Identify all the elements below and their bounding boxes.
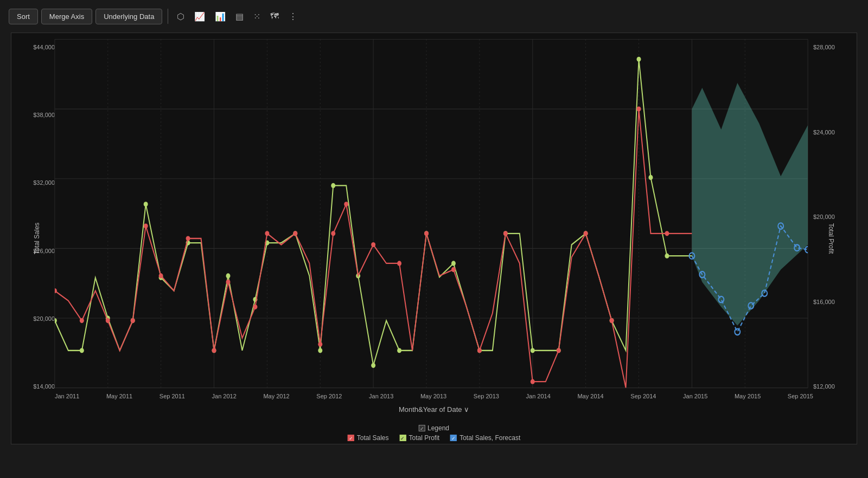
x-label-jan2015: Jan 2015	[683, 393, 707, 399]
x-axis-title[interactable]: Month&Year of Date ∨	[399, 405, 469, 414]
x-label-may2015: May 2015	[735, 393, 761, 399]
svg-point-54	[144, 223, 148, 228]
x-label-sep2014: Sep 2014	[630, 393, 656, 399]
svg-point-26	[144, 202, 148, 206]
chart-container: Total Sales Total Profit $44,000 $38,000…	[11, 33, 857, 444]
svg-point-52	[106, 318, 110, 323]
svg-point-65	[371, 242, 375, 247]
svg-point-34	[318, 348, 322, 353]
forecast-band	[692, 83, 808, 326]
svg-point-70	[503, 231, 508, 236]
svg-point-69	[477, 348, 482, 353]
svg-point-66	[397, 261, 401, 266]
svg-point-53	[131, 318, 135, 323]
svg-point-38	[397, 348, 401, 353]
legend-area: ✓ Legend ✓ Total Sales ✓ Total Profit ✓ …	[348, 424, 520, 442]
svg-point-74	[610, 318, 614, 323]
svg-point-23	[80, 348, 84, 353]
svg-point-73	[584, 231, 588, 236]
legend-item-sales: ✓ Total Sales	[348, 434, 389, 442]
toolbar-divider	[168, 9, 168, 24]
svg-point-51	[80, 318, 84, 323]
scatter-icon[interactable]: ⁙	[250, 9, 264, 24]
svg-point-50	[53, 288, 57, 293]
x-label-jan2011: Jan 2011	[55, 393, 79, 399]
x-label-jan2014: Jan 2014	[526, 393, 551, 399]
svg-point-22	[53, 318, 57, 323]
svg-point-60	[265, 231, 269, 236]
svg-point-35	[331, 183, 335, 188]
legend-forecast-label: Total Sales, Forecast	[459, 434, 520, 442]
sales-dots	[53, 107, 669, 384]
chart-svg	[11, 33, 857, 444]
legend-checkbox[interactable]: ✓	[419, 425, 425, 431]
svg-point-47	[637, 57, 641, 62]
filter-icon[interactable]: ⬡	[174, 9, 188, 24]
svg-point-48	[648, 175, 653, 180]
svg-point-58	[226, 280, 230, 285]
legend-sales-label: Total Sales	[357, 434, 389, 442]
svg-point-64	[344, 202, 348, 206]
svg-point-61	[293, 231, 297, 236]
x-label-sep2013: Sep 2013	[474, 393, 499, 399]
svg-point-49	[665, 254, 669, 259]
legend-profit-label: Total Profit	[409, 434, 439, 442]
x-axis: Jan 2011 May 2011 Sep 2011 Jan 2012 May …	[55, 393, 813, 399]
underlying-data-button[interactable]: Underlying Data	[95, 9, 162, 24]
svg-point-30	[226, 273, 230, 278]
merge-axis-button[interactable]: Merge Axis	[41, 9, 92, 24]
svg-point-63	[331, 231, 335, 236]
x-label-may2013: May 2013	[420, 393, 446, 399]
svg-point-43	[531, 348, 535, 353]
svg-point-75	[637, 107, 641, 112]
svg-point-67	[424, 231, 429, 236]
legend-sales-checkbox[interactable]: ✓	[348, 435, 354, 441]
svg-point-72	[557, 348, 561, 353]
x-label-may2014: May 2014	[577, 393, 603, 399]
map-icon[interactable]: 🗺	[267, 9, 282, 23]
svg-point-71	[531, 379, 535, 384]
svg-point-40	[451, 261, 456, 266]
svg-point-37	[371, 363, 375, 368]
legend-profit-checkbox[interactable]: ✓	[399, 435, 406, 441]
x-label-sep2012: Sep 2012	[316, 393, 342, 399]
svg-point-62	[318, 342, 322, 347]
x-label-jan2012: Jan 2012	[212, 393, 237, 399]
svg-point-76	[665, 231, 669, 236]
svg-point-80	[735, 329, 740, 335]
x-label-jan2013: Jan 2013	[369, 393, 393, 399]
line-chart-icon[interactable]: 📈	[191, 9, 208, 24]
grouped-bar-icon[interactable]: ▤	[232, 9, 247, 24]
legend-title: ✓ Legend	[419, 424, 449, 432]
svg-point-56	[186, 236, 190, 241]
svg-point-57	[212, 348, 216, 353]
more-options-icon[interactable]: ⋮	[285, 9, 301, 24]
legend-item-forecast: ✓ Total Sales, Forecast	[450, 434, 520, 442]
svg-point-55	[159, 273, 163, 278]
svg-point-68	[451, 267, 456, 272]
legend-forecast-checkbox[interactable]: ✓	[450, 435, 457, 441]
x-label-may2012: May 2012	[263, 393, 289, 399]
svg-point-59	[253, 305, 257, 309]
x-label-sep2011: Sep 2011	[159, 393, 185, 399]
legend-items: ✓ Total Sales ✓ Total Profit ✓ Total Sal…	[348, 434, 520, 442]
x-label-sep2015: Sep 2015	[788, 393, 813, 399]
legend-item-profit: ✓ Total Profit	[399, 434, 439, 442]
legend-label: Legend	[427, 424, 449, 432]
x-label-may2011: May 2011	[106, 393, 132, 399]
sort-button[interactable]: Sort	[9, 9, 38, 24]
bar-chart-icon[interactable]: 📊	[212, 9, 229, 24]
toolbar: Sort Merge Axis Underlying Data ⬡ 📈 📊 ▤ …	[0, 0, 868, 33]
